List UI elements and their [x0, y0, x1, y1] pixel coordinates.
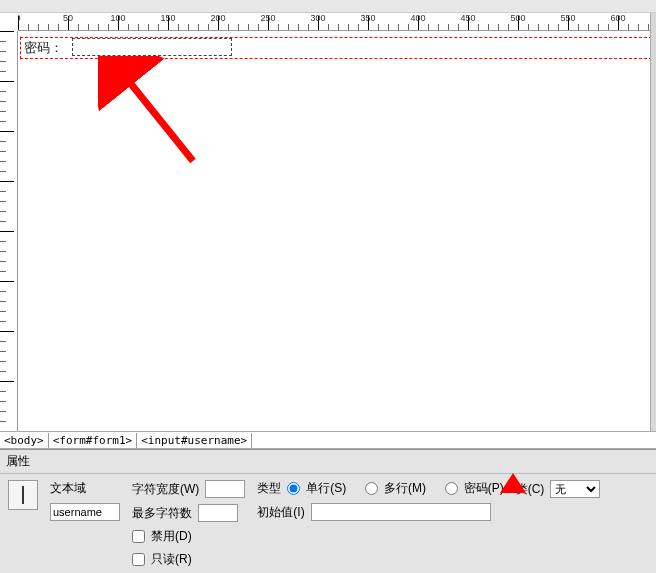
type-password-radio[interactable]: [445, 482, 458, 495]
tag-selector-breadcrumb: <body> <form#form1> <input#username>: [0, 431, 656, 449]
max-chars-label: 最多字符数: [132, 505, 192, 522]
char-width-label: 字符宽度(W): [132, 481, 199, 498]
svg-line-1: [123, 74, 193, 161]
textfield-placeholder[interactable]: [72, 38, 232, 56]
design-canvas[interactable]: 密码：: [18, 31, 656, 431]
textfield-label: 文本域: [50, 480, 120, 497]
initial-value-input[interactable]: [311, 503, 491, 521]
disabled-label: 禁用(D): [151, 528, 192, 545]
horizontal-ruler: 050100150200250300350400450500550600650: [18, 13, 656, 31]
type-single-label: 单行(S): [306, 480, 346, 497]
type-single-radio[interactable]: [287, 482, 300, 495]
properties-title: 属性: [0, 450, 656, 474]
readonly-checkbox[interactable]: [132, 553, 145, 566]
right-toolbar: [650, 13, 656, 431]
annotation-arrow-icon: [98, 56, 208, 176]
type-password-label: 密码(P): [464, 480, 504, 497]
max-chars-input[interactable]: [198, 504, 238, 522]
tag-form[interactable]: <form#form1>: [49, 433, 137, 448]
password-label: 密码：: [24, 39, 63, 57]
vertical-ruler: [0, 31, 18, 431]
properties-panel: 属性 文本域 字符宽度(W) 最多字符数 禁用(D) 只读(R): [0, 449, 656, 573]
type-multi-label: 多行(M): [384, 480, 426, 497]
char-width-input[interactable]: [205, 480, 245, 498]
class-select[interactable]: 无: [550, 480, 600, 498]
class-label: 类(C): [516, 481, 545, 498]
textfield-type-icon: [8, 480, 38, 510]
type-multi-radio[interactable]: [365, 482, 378, 495]
type-label: 类型: [257, 480, 281, 497]
top-menu-bar: [0, 0, 656, 13]
initial-value-label: 初始值(I): [257, 504, 304, 521]
textfield-name-input[interactable]: [50, 503, 120, 521]
tag-input[interactable]: <input#username>: [137, 433, 252, 448]
tag-body[interactable]: <body>: [0, 433, 49, 448]
disabled-checkbox[interactable]: [132, 530, 145, 543]
readonly-label: 只读(R): [151, 551, 192, 568]
